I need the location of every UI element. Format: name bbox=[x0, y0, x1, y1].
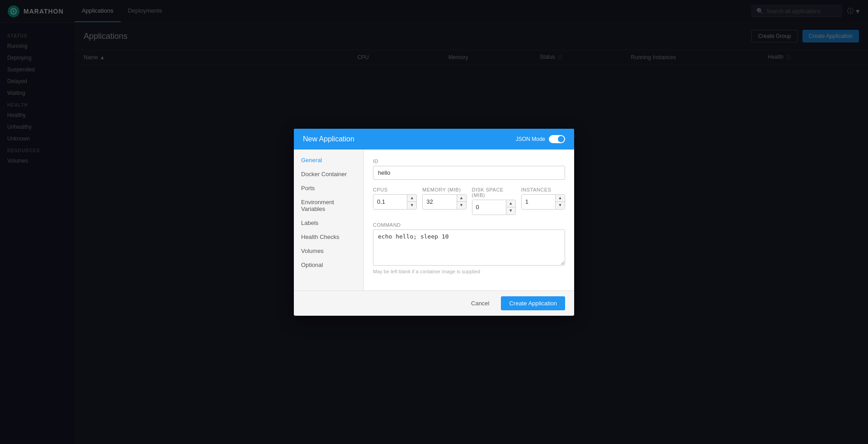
cpus-label: CPUs bbox=[373, 187, 417, 192]
id-label: ID bbox=[373, 159, 565, 164]
modal-title: New Application bbox=[303, 135, 354, 143]
modal-nav-optional[interactable]: Optional bbox=[294, 258, 363, 272]
memory-spinners: ▲ ▼ bbox=[457, 195, 466, 209]
json-mode-label: JSON Mode bbox=[516, 136, 545, 142]
json-mode-toggle[interactable] bbox=[549, 135, 565, 143]
command-hint: May be left blank if a container image i… bbox=[373, 269, 565, 274]
instances-input-wrap: ▲ ▼ bbox=[521, 194, 565, 210]
modal-sidebar: General Docker Container Ports Environme… bbox=[294, 150, 364, 290]
modal-body: General Docker Container Ports Environme… bbox=[294, 150, 574, 290]
modal-nav-volumes[interactable]: Volumes bbox=[294, 244, 363, 258]
instances-increment[interactable]: ▲ bbox=[556, 195, 565, 202]
command-field-group: Command echo hello; sleep 10 May be left… bbox=[373, 222, 565, 274]
memory-col: Memory (MiB) ▲ ▼ bbox=[422, 187, 466, 215]
resources-row: CPUs ▲ ▼ Memory (MiB) bbox=[373, 187, 565, 215]
modal-form: ID CPUs ▲ ▼ bbox=[364, 150, 574, 290]
instances-label: Instances bbox=[521, 187, 565, 192]
instances-input[interactable] bbox=[522, 195, 555, 209]
instances-decrement[interactable]: ▼ bbox=[556, 202, 565, 209]
cpus-input[interactable] bbox=[373, 195, 407, 209]
disk-input[interactable] bbox=[472, 200, 506, 215]
modal-nav-general[interactable]: General bbox=[294, 153, 363, 167]
disk-col: Disk Space (MiB) ▲ ▼ bbox=[472, 187, 516, 215]
id-field-group: ID bbox=[373, 159, 565, 180]
memory-label: Memory (MiB) bbox=[422, 187, 466, 192]
disk-spinners: ▲ ▼ bbox=[506, 200, 515, 215]
disk-decrement[interactable]: ▼ bbox=[506, 207, 515, 215]
id-input[interactable] bbox=[373, 166, 565, 180]
cpus-input-wrap: ▲ ▼ bbox=[373, 194, 417, 210]
command-label: Command bbox=[373, 222, 565, 228]
modal-nav-labels[interactable]: Labels bbox=[294, 216, 363, 230]
cpus-spinners: ▲ ▼ bbox=[407, 195, 416, 209]
command-input[interactable]: echo hello; sleep 10 bbox=[373, 229, 565, 266]
cancel-button[interactable]: Cancel bbox=[464, 296, 496, 310]
modal-nav-health[interactable]: Health Checks bbox=[294, 230, 363, 244]
modal-overlay: New Application JSON Mode General Docker… bbox=[0, 0, 868, 444]
cpus-col: CPUs ▲ ▼ bbox=[373, 187, 417, 215]
new-application-modal: New Application JSON Mode General Docker… bbox=[294, 129, 574, 316]
disk-label: Disk Space (MiB) bbox=[472, 187, 516, 198]
memory-increment[interactable]: ▲ bbox=[457, 195, 466, 202]
memory-decrement[interactable]: ▼ bbox=[457, 202, 466, 209]
memory-input-wrap: ▲ ▼ bbox=[422, 194, 466, 210]
modal-nav-ports[interactable]: Ports bbox=[294, 181, 363, 195]
instances-spinners: ▲ ▼ bbox=[555, 195, 565, 209]
modal-create-application-button[interactable]: Create Application bbox=[501, 296, 565, 310]
cpus-decrement[interactable]: ▼ bbox=[407, 202, 416, 209]
instances-col: Instances ▲ ▼ bbox=[521, 187, 565, 215]
modal-header: New Application JSON Mode bbox=[294, 129, 574, 150]
cpus-increment[interactable]: ▲ bbox=[407, 195, 416, 202]
modal-nav-docker[interactable]: Docker Container bbox=[294, 167, 363, 181]
disk-increment[interactable]: ▲ bbox=[506, 200, 515, 207]
json-mode-toggle-area: JSON Mode bbox=[516, 135, 565, 143]
disk-input-wrap: ▲ ▼ bbox=[472, 200, 516, 215]
modal-footer: Cancel Create Application bbox=[294, 290, 574, 316]
memory-input[interactable] bbox=[423, 195, 456, 209]
modal-nav-env[interactable]: Environment Variables bbox=[294, 195, 363, 216]
